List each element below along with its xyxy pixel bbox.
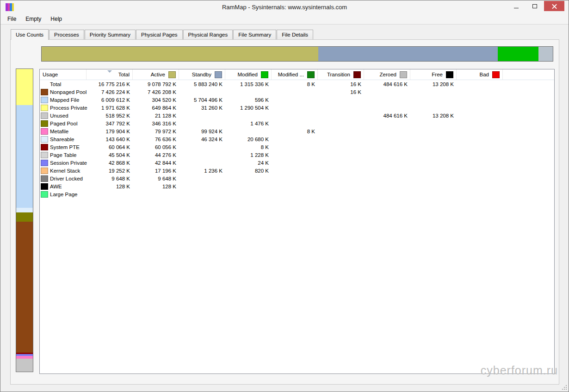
- value-cell-active: 649 864 K: [133, 105, 179, 111]
- value-cell-total: 16 775 216 K: [87, 81, 133, 87]
- value-cell-modified: 8 K: [272, 129, 318, 134]
- column-header-bad[interactable]: Bad: [457, 69, 503, 80]
- maximize-button[interactable]: [526, 1, 544, 11]
- value-cell-modified: 1 228 K: [225, 152, 272, 158]
- menu-item-file[interactable]: File: [3, 14, 21, 24]
- row-swatch: [41, 112, 48, 119]
- row-label: Process Private: [50, 105, 87, 111]
- value-cell-transition: 16 K: [318, 81, 364, 87]
- table-row[interactable]: Mapped File6 009 612 K304 520 K5 704 496…: [40, 96, 554, 104]
- tab-processes[interactable]: Processes: [49, 30, 84, 39]
- row-swatch: [41, 191, 48, 198]
- row-label: Large Page: [50, 192, 77, 197]
- usage-cell: Nonpaged Pool: [40, 89, 87, 95]
- column-swatch-transition: [353, 71, 361, 78]
- table-row[interactable]: Unused518 952 K21 128 K484 616 K13 208 K: [40, 112, 554, 119]
- tab-file-summary[interactable]: File Summary: [233, 30, 276, 39]
- table-row[interactable]: Shareable143 640 K76 636 K46 324 K20 680…: [40, 135, 554, 143]
- maximize-icon: [532, 4, 537, 8]
- tab-physical-ranges[interactable]: Physical Ranges: [183, 30, 233, 39]
- tab-priority-summary[interactable]: Priority Summary: [85, 30, 136, 39]
- tab-physical-pages[interactable]: Physical Pages: [136, 30, 183, 39]
- row-swatch: [41, 120, 48, 127]
- value-cell-modified: 820 K: [225, 168, 272, 174]
- row-swatch: [41, 105, 48, 111]
- row-label: Page Table: [50, 152, 76, 158]
- column-header-total[interactable]: Total: [87, 69, 133, 80]
- column-label: Total: [118, 72, 130, 77]
- value-cell-active: 79 972 K: [133, 129, 179, 134]
- value-cell-standby: 5 883 240 K: [179, 81, 225, 87]
- column-label: Modified: [238, 72, 258, 77]
- table-row[interactable]: AWE128 K128 K: [40, 182, 554, 190]
- row-label: Unused: [50, 113, 68, 118]
- title-bar[interactable]: RamMap - Sysinternals: www.sysinternals.…: [0, 0, 569, 14]
- value-cell-modified: 1 476 K: [225, 121, 272, 126]
- value-cell-standby: 46 324 K: [179, 137, 225, 142]
- value-cell-modified: 1 290 504 K: [225, 105, 272, 111]
- row-swatch: [41, 89, 48, 95]
- menu-item-help[interactable]: Help: [46, 14, 67, 24]
- value-cell-active: 42 844 K: [133, 160, 179, 166]
- table-row[interactable]: Driver Locked9 648 K9 648 K: [40, 174, 554, 182]
- value-cell-modified: 8 K: [225, 144, 272, 150]
- column-label: Free: [432, 72, 443, 77]
- bar-segment-active: [42, 47, 318, 61]
- column-label: Zeroed: [380, 72, 396, 77]
- usage-cell: Large Page: [40, 191, 87, 198]
- row-label: System PTE: [50, 144, 80, 150]
- column-header-modified[interactable]: Modified: [225, 69, 272, 80]
- minimize-icon: [514, 8, 519, 8]
- usage-cell: AWE: [40, 183, 87, 190]
- resize-grip-icon[interactable]: [562, 385, 567, 390]
- value-cell-modified: 24 K: [225, 160, 272, 166]
- column-header-transition[interactable]: Transition: [318, 69, 364, 80]
- table-row[interactable]: Paged Pool347 792 K346 316 K1 476 K: [40, 119, 554, 127]
- column-header-active[interactable]: Active: [133, 69, 179, 80]
- value-cell-total: 518 952 K: [87, 113, 133, 118]
- table-row[interactable]: Session Private42 868 K42 844 K24 K: [40, 159, 554, 167]
- table-row[interactable]: Metafile179 904 K79 972 K99 924 K8 K: [40, 127, 554, 135]
- value-cell-standby: 31 260 K: [179, 105, 225, 111]
- table-row[interactable]: System PTE60 064 K60 056 K8 K: [40, 143, 554, 151]
- column-header-free[interactable]: Free: [410, 69, 457, 80]
- usage-cell: System PTE: [40, 144, 87, 150]
- table-row[interactable]: Page Table45 504 K44 276 K1 228 K: [40, 151, 554, 159]
- menu-bar: FileEmptyHelp: [0, 14, 569, 25]
- value-cell-modified: 8 K: [272, 81, 318, 87]
- rammap-window: RamMap - Sysinternals: www.sysinternals.…: [0, 0, 569, 392]
- tab-use-counts[interactable]: Use Counts: [11, 29, 49, 40]
- column-header-usage[interactable]: Usage: [40, 69, 87, 80]
- row-label: AWE: [50, 184, 62, 189]
- column-header-zeroed[interactable]: Zeroed: [364, 69, 410, 80]
- value-cell-total: 6 009 612 K: [87, 97, 133, 103]
- close-icon: [552, 4, 557, 9]
- value-cell-standby: 1 236 K: [179, 168, 225, 174]
- minimize-button[interactable]: [507, 1, 526, 11]
- usage-cell: Shareable: [40, 136, 87, 143]
- table-row[interactable]: Large Page: [40, 190, 554, 198]
- column-label: Standby: [192, 72, 211, 77]
- column-swatch-zeroed: [400, 71, 407, 78]
- value-cell-free: 13 208 K: [410, 81, 457, 87]
- value-cell-active: 17 196 K: [133, 168, 179, 174]
- column-header-modified[interactable]: Modified ...: [272, 69, 318, 80]
- value-cell-total: 143 640 K: [87, 137, 133, 142]
- list-header: UsageTotalActiveStandbyModifiedModified …: [40, 69, 554, 80]
- value-cell-active: 7 426 208 K: [133, 89, 179, 95]
- table-row[interactable]: Process Private1 971 628 K649 864 K31 26…: [40, 104, 554, 112]
- use-counts-list-view: UsageTotalActiveStandbyModifiedModified …: [39, 69, 555, 374]
- table-row[interactable]: Kernel Stack19 252 K17 196 K1 236 K820 K: [40, 167, 554, 174]
- value-cell-total: 45 504 K: [87, 152, 133, 158]
- value-cell-total: 7 426 224 K: [87, 89, 133, 95]
- tab-file-details[interactable]: File Details: [277, 30, 313, 39]
- table-row[interactable]: Total16 775 216 K9 078 792 K5 883 240 K1…: [40, 80, 554, 88]
- table-row[interactable]: Nonpaged Pool7 426 224 K7 426 208 K16 K: [40, 88, 554, 96]
- usage-cell: Metafile: [40, 128, 87, 135]
- menu-item-empty[interactable]: Empty: [21, 14, 46, 24]
- row-label: Mapped File: [50, 97, 79, 103]
- close-button[interactable]: [544, 1, 564, 11]
- value-cell-total: 1 971 628 K: [87, 105, 133, 111]
- bar-segment-process-private: [16, 69, 33, 105]
- column-header-standby[interactable]: Standby: [179, 69, 225, 80]
